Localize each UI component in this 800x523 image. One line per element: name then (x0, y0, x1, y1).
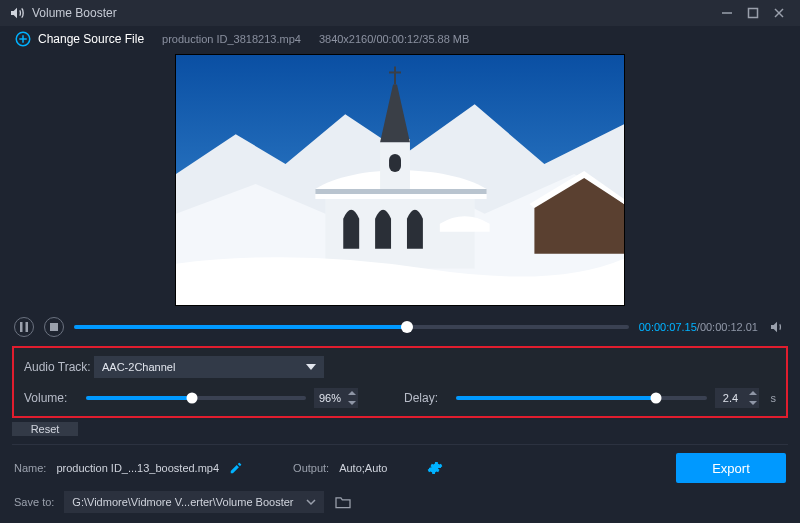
timeline-fill (74, 325, 407, 329)
volume-slider[interactable] (86, 396, 306, 400)
save-to-label: Save to: (14, 496, 54, 508)
save-path-select[interactable]: G:\Vidmore\Vidmore V...erter\Volume Boos… (64, 491, 324, 513)
playback-timeline[interactable] (74, 325, 629, 329)
save-to-row: Save to: G:\Vidmore\Vidmore V...erter\Vo… (14, 491, 786, 513)
chevron-down-icon (306, 364, 316, 370)
chevron-down-icon (306, 497, 316, 507)
total-time: 00:00:12.01 (700, 321, 758, 333)
name-value: production ID_...13_boosted.mp4 (56, 462, 219, 474)
folder-open-icon[interactable] (334, 495, 352, 509)
pause-button[interactable] (14, 317, 34, 337)
volume-control: Volume: 96% (24, 388, 358, 408)
export-button[interactable]: Export (676, 453, 786, 483)
change-source-label: Change Source File (38, 32, 144, 46)
source-row: Change Source File production ID_3818213… (0, 26, 800, 52)
gear-icon[interactable] (427, 460, 443, 476)
output-section: Name: production ID_...13_boosted.mp4 Ou… (0, 445, 800, 523)
volume-slider-knob[interactable] (186, 392, 197, 403)
playback-controls: 00:00:07.15/00:00:12.01 (0, 312, 800, 341)
maximize-button[interactable] (740, 0, 766, 26)
app-volume-icon (8, 4, 26, 22)
volume-slider-fill (86, 396, 192, 400)
name-label: Name: (14, 462, 46, 474)
source-filename: production ID_3818213.mp4 (162, 33, 301, 45)
stop-button[interactable] (44, 317, 64, 337)
svg-rect-12 (389, 154, 401, 172)
output-name-row: Name: production ID_...13_boosted.mp4 Ou… (14, 453, 786, 483)
pencil-icon[interactable] (229, 461, 243, 475)
video-preview-area (0, 52, 800, 312)
video-thumbnail[interactable] (175, 54, 625, 306)
save-path-value: G:\Vidmore\Vidmore V...erter\Volume Boos… (72, 496, 293, 508)
output-label: Output: (293, 462, 329, 474)
app-window: Volume Booster Change Source File produc… (0, 0, 800, 523)
change-source-button[interactable]: Change Source File (14, 30, 144, 48)
svg-rect-14 (26, 322, 29, 332)
audio-settings-panel: Audio Track: AAC-2Channel Volume: 96% (12, 346, 788, 418)
delay-value: 2.4 (715, 392, 747, 404)
audio-track-select[interactable]: AAC-2Channel (94, 356, 324, 378)
audio-track-label: Audio Track: (24, 360, 94, 374)
timecode: 00:00:07.15/00:00:12.01 (639, 321, 758, 333)
svg-rect-1 (749, 9, 758, 18)
spin-down-icon[interactable] (346, 398, 358, 408)
volume-value: 96% (314, 392, 346, 404)
source-meta: 3840x2160/00:00:12/35.88 MB (319, 33, 469, 45)
reset-label: Reset (31, 423, 60, 435)
titlebar: Volume Booster (0, 0, 800, 26)
svg-rect-15 (50, 323, 58, 331)
spin-down-icon[interactable] (747, 398, 759, 408)
close-button[interactable] (766, 0, 792, 26)
app-title: Volume Booster (32, 6, 117, 20)
delay-value-box[interactable]: 2.4 (715, 388, 759, 408)
volume-label: Volume: (24, 391, 78, 405)
delay-slider-fill (456, 396, 656, 400)
spin-up-icon[interactable] (747, 388, 759, 398)
spin-up-icon[interactable] (346, 388, 358, 398)
export-label: Export (712, 461, 750, 476)
speaker-icon[interactable] (768, 318, 786, 336)
delay-spinner[interactable] (747, 388, 759, 408)
audio-track-row: Audio Track: AAC-2Channel (24, 356, 776, 378)
timeline-knob[interactable] (401, 321, 413, 333)
plus-circle-icon (14, 30, 32, 48)
delay-unit: s (771, 392, 777, 404)
reset-button[interactable]: Reset (12, 422, 78, 437)
delay-label: Delay: (404, 391, 448, 405)
audio-track-value: AAC-2Channel (102, 361, 175, 373)
svg-rect-13 (20, 322, 23, 332)
output-value: Auto;Auto (339, 462, 387, 474)
delay-slider-knob[interactable] (651, 392, 662, 403)
delay-control: Delay: 2.4 s (374, 388, 776, 408)
delay-slider[interactable] (456, 396, 707, 400)
minimize-button[interactable] (714, 0, 740, 26)
volume-value-box[interactable]: 96% (314, 388, 358, 408)
current-time: 00:00:07.15 (639, 321, 697, 333)
audio-sliders-row: Volume: 96% Delay: (24, 388, 776, 408)
volume-spinner[interactable] (346, 388, 358, 408)
